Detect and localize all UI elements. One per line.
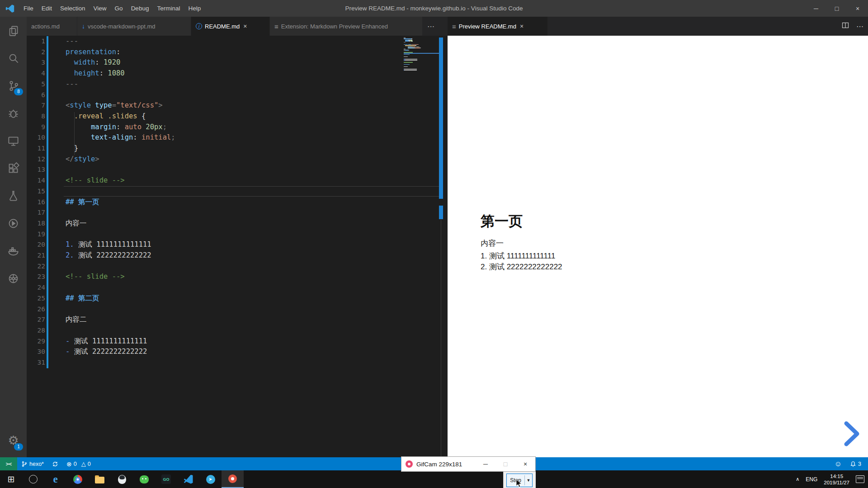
problems-item[interactable]: ⊗ 0 △ 0 bbox=[62, 457, 95, 470]
menu-go[interactable]: Go bbox=[111, 0, 127, 17]
code-line[interactable]: 24 bbox=[27, 282, 448, 293]
code-line[interactable]: 29- 测试 1111111111111 bbox=[27, 336, 448, 347]
code-text: 内容二 bbox=[66, 314, 87, 325]
menu-terminal[interactable]: Terminal bbox=[153, 0, 184, 17]
code-line[interactable]: 16## 第一页 bbox=[27, 197, 448, 208]
minimap[interactable] bbox=[404, 38, 441, 78]
tab-preview-readme[interactable]: ≡ Preview README.md × bbox=[448, 17, 548, 36]
activity-remote-explorer-icon[interactable] bbox=[0, 127, 27, 155]
menu-help[interactable]: Help bbox=[184, 0, 205, 17]
taskbar-vscode-icon[interactable] bbox=[177, 470, 199, 488]
feedback-smiley-icon[interactable]: ☺ bbox=[830, 457, 846, 470]
code-line[interactable]: 10 text-align: initial; bbox=[27, 132, 448, 143]
line-number: 7 bbox=[27, 100, 45, 111]
code-line[interactable]: 23<!-- slide --> bbox=[27, 272, 448, 282]
taskbar-cortana-icon[interactable] bbox=[22, 470, 44, 488]
menu-selection[interactable]: Selection bbox=[56, 0, 90, 17]
code-text: } bbox=[66, 143, 78, 154]
close-tab-icon[interactable]: × bbox=[520, 23, 524, 30]
code-line[interactable]: 7<style type="text/css"> bbox=[27, 100, 448, 111]
code-line[interactable]: 13 bbox=[27, 164, 448, 175]
activity-extensions-icon[interactable] bbox=[0, 155, 27, 182]
gifcam-stop-dropdown-icon[interactable]: ▼ bbox=[525, 478, 532, 483]
code-line[interactable]: 5--- bbox=[27, 79, 448, 90]
code-line[interactable]: 18内容一 bbox=[27, 218, 448, 229]
activity-live-server-icon[interactable] bbox=[0, 210, 27, 237]
code-line[interactable]: 6 bbox=[27, 90, 448, 101]
code-line[interactable]: 12</style> bbox=[27, 154, 448, 165]
menu-debug[interactable]: Debug bbox=[127, 0, 153, 17]
activity-source-control-icon[interactable]: 8 bbox=[0, 72, 27, 99]
menu-file[interactable]: File bbox=[19, 0, 38, 17]
activity-docker-icon[interactable] bbox=[0, 237, 27, 265]
taskbar-wechat-icon[interactable] bbox=[133, 470, 155, 488]
git-branch-icon bbox=[21, 461, 28, 467]
tray-chevron-icon[interactable]: ∧ bbox=[796, 476, 799, 482]
editor-scrollbar[interactable] bbox=[439, 38, 443, 199]
code-line[interactable]: 28 bbox=[27, 325, 448, 336]
language-indicator[interactable]: ENG bbox=[806, 476, 817, 483]
minimap-line bbox=[404, 40, 441, 41]
remote-indicator[interactable]: >< bbox=[0, 457, 17, 470]
badge: 1 bbox=[14, 443, 23, 450]
next-slide-arrow[interactable] bbox=[837, 419, 865, 449]
sync-item[interactable] bbox=[48, 457, 62, 470]
code-line[interactable]: 14<!-- slide --> bbox=[27, 175, 448, 186]
git-branch-item[interactable]: hexo* bbox=[17, 457, 48, 470]
taskbar-explorer-icon[interactable] bbox=[89, 470, 111, 488]
code-line[interactable]: 1--- bbox=[27, 36, 448, 47]
taskbar-qq-icon[interactable] bbox=[111, 470, 133, 488]
code-line[interactable]: 201. 测试 1111111111111 bbox=[27, 239, 448, 250]
action-center-icon[interactable] bbox=[856, 475, 864, 483]
tab-label: vscode-markdown-ppt.md bbox=[88, 23, 156, 30]
code-line[interactable]: 25## 第二页 bbox=[27, 293, 448, 304]
code-line[interactable]: 15 bbox=[27, 186, 448, 197]
menu-edit[interactable]: Edit bbox=[38, 0, 56, 17]
code-line[interactable]: 26 bbox=[27, 304, 448, 315]
code-line[interactable]: 31 bbox=[27, 357, 448, 368]
code-line[interactable]: 2presentation: bbox=[27, 47, 448, 58]
notifications-bell[interactable]: 3 bbox=[846, 457, 865, 470]
taskbar-gifcam-icon[interactable] bbox=[222, 470, 244, 488]
tab-extension-markdown-preview-enhanced[interactable]: ≡Extension: Markdown Preview Enhanced bbox=[270, 17, 423, 36]
gifcam-close-button[interactable]: × bbox=[515, 457, 535, 471]
taskbar-telegram-icon[interactable]: ➤ bbox=[199, 470, 222, 488]
more-actions-icon[interactable]: ⋯ bbox=[856, 22, 863, 31]
activity-debug-icon[interactable] bbox=[0, 99, 27, 127]
code-line[interactable]: 8 .reveal .slides { bbox=[27, 111, 448, 122]
code-line[interactable]: 17 bbox=[27, 207, 448, 218]
menu-view[interactable]: View bbox=[90, 0, 111, 17]
code-editor[interactable]: 1---2presentation:3 width: 19204 height:… bbox=[27, 36, 448, 457]
minimize-button[interactable]: ─ bbox=[806, 0, 826, 17]
gifcam-title-bar[interactable]: GifCam 229x181 ─ □ × bbox=[401, 456, 536, 472]
tab-overflow-icon[interactable]: ⋯ bbox=[423, 17, 439, 36]
code-line[interactable]: 212. 测试 2222222222222 bbox=[27, 250, 448, 261]
close-button[interactable]: × bbox=[847, 0, 868, 17]
gifcam-minimize-button[interactable]: ─ bbox=[476, 457, 495, 471]
code-line[interactable]: 27内容二 bbox=[27, 314, 448, 325]
activity-search-icon[interactable] bbox=[0, 44, 27, 72]
code-line[interactable]: 22 bbox=[27, 261, 448, 272]
clock[interactable]: 14:15 2019/11/27 bbox=[824, 473, 849, 486]
tab-vscode-markdown-ppt-md[interactable]: ↓vscode-markdown-ppt.md bbox=[77, 17, 191, 36]
activity-settings-icon[interactable]: ⚙1 bbox=[0, 427, 27, 455]
tab-actions-md[interactable]: actions.md bbox=[27, 17, 77, 36]
taskbar-start-icon[interactable]: ⊞ bbox=[0, 470, 22, 488]
code-line[interactable]: 3 width: 1920 bbox=[27, 57, 448, 68]
maximize-button[interactable]: □ bbox=[826, 0, 847, 17]
code-line[interactable]: 4 height: 1080 bbox=[27, 68, 448, 79]
taskbar-go-icon[interactable]: GO bbox=[155, 470, 177, 488]
activity-test-explorer-icon[interactable] bbox=[0, 182, 27, 210]
split-editor-icon[interactable] bbox=[842, 22, 849, 31]
code-line[interactable]: 30- 测试 2222222222222 bbox=[27, 347, 448, 357]
close-tab-icon[interactable]: × bbox=[243, 23, 247, 30]
code-line[interactable]: 19 bbox=[27, 229, 448, 240]
editor-scrollbar-segment[interactable] bbox=[439, 206, 443, 219]
code-line[interactable]: 11 } bbox=[27, 143, 448, 154]
activity-explorer-icon[interactable] bbox=[0, 17, 27, 44]
taskbar-chrome-icon[interactable] bbox=[66, 470, 89, 488]
tab-readme-md[interactable]: iREADME.md× bbox=[191, 17, 270, 36]
taskbar-edge-icon[interactable]: e bbox=[44, 470, 66, 488]
code-line[interactable]: 9 margin: auto 20px; bbox=[27, 122, 448, 133]
activity-kubernetes-icon[interactable] bbox=[0, 265, 27, 292]
